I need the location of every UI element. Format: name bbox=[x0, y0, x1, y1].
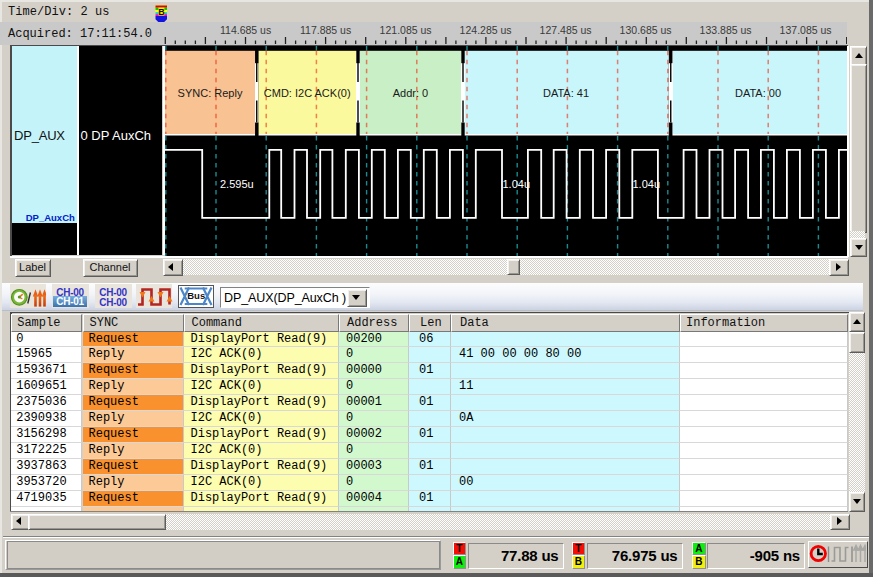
svg-text:Addr: 0: Addr: 0 bbox=[392, 87, 427, 99]
svg-text:DATA: 00: DATA: 00 bbox=[734, 87, 780, 99]
svg-text:130.685 us: 130.685 us bbox=[620, 24, 672, 36]
svg-text:137.085 us: 137.085 us bbox=[780, 24, 832, 36]
svg-text:1.04u: 1.04u bbox=[632, 178, 660, 190]
svg-text:127.485 us: 127.485 us bbox=[540, 24, 592, 36]
svg-text:114.685 us: 114.685 us bbox=[220, 24, 271, 36]
svg-text:133.885 us: 133.885 us bbox=[700, 24, 752, 36]
svg-text:DATA: 41: DATA: 41 bbox=[542, 87, 588, 99]
svg-text:1.04u: 1.04u bbox=[502, 178, 530, 190]
svg-text:2.595u: 2.595u bbox=[220, 178, 254, 190]
svg-text:Bus: Bus bbox=[187, 290, 205, 301]
svg-text:CMD: I2C ACK(0): CMD: I2C ACK(0) bbox=[263, 87, 350, 99]
svg-text:121.085 us: 121.085 us bbox=[380, 24, 432, 36]
svg-text:117.885 us: 117.885 us bbox=[300, 24, 351, 36]
svg-text:SYNC: Reply: SYNC: Reply bbox=[177, 87, 242, 99]
svg-text:B: B bbox=[158, 7, 165, 17]
svg-text:124.285 us: 124.285 us bbox=[460, 24, 512, 36]
